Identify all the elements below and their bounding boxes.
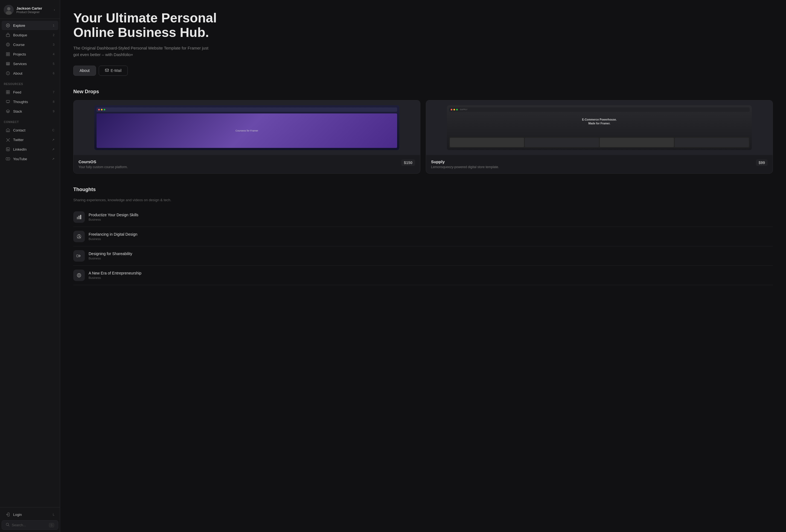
sidebar-item-badge: 4 — [50, 52, 54, 56]
drop-card-desc: Lemonsqueezy-powered digital store templ… — [431, 165, 499, 169]
sidebar-item-badge: L — [50, 513, 54, 516]
svg-point-26 — [7, 148, 7, 149]
thought-item-freelancing[interactable]: Freelancing in Digital Design Business — [73, 227, 773, 246]
svg-rect-9 — [8, 52, 9, 54]
thought-icon-productize — [73, 211, 85, 223]
svg-rect-32 — [78, 216, 79, 219]
sidebar-item-contact[interactable]: Contact C — [2, 125, 58, 135]
hero-subtitle: The Original Dashboard-Styled Personal W… — [73, 45, 210, 58]
drop-card-courseos[interactable]: Courseos for Framer CoursOS Your fully c… — [73, 100, 420, 174]
sidebar-item-badge: 5 — [50, 62, 54, 65]
thought-icon-entrepreneurship — [73, 270, 85, 281]
svg-rect-22 — [6, 100, 9, 102]
drops-section: New Drops Courseos for — [73, 89, 773, 174]
svg-rect-20 — [6, 92, 8, 94]
thought-item-entrepreneurship[interactable]: A New Era of Entrepreneurship Business — [73, 266, 773, 285]
drop-card-info: Supply Lemonsqueezy-powered digital stor… — [431, 160, 499, 169]
hero-title: Your Ultimate Personal Online Business H… — [73, 11, 227, 40]
svg-rect-10 — [6, 54, 8, 56]
email-button[interactable]: E-Mail — [99, 66, 128, 76]
thought-info: Freelancing in Digital Design Business — [89, 232, 137, 241]
drop-card-supply[interactable]: SUPPLY E-Commerce Powerhouse.Made for Fr… — [426, 100, 773, 174]
svg-point-4 — [7, 25, 8, 26]
sidebar-item-login[interactable]: Login L — [2, 510, 58, 519]
thought-tag: Business — [89, 276, 141, 280]
thought-icon-shareability — [73, 250, 85, 262]
svg-rect-18 — [6, 91, 8, 92]
sidebar-item-label: Contact — [13, 128, 47, 132]
sidebar-item-thoughts[interactable]: Thoughts 8 — [2, 97, 58, 106]
drop-card-desc: Your fully custom course platform. — [78, 165, 128, 169]
sidebar-item-label: Explore — [13, 24, 47, 28]
search-shortcut: S — [49, 523, 54, 527]
drop-card-image-courseos: Courseos for Framer — [74, 100, 420, 155]
svg-marker-28 — [8, 158, 9, 160]
sidebar-item-badge: 6 — [50, 72, 54, 75]
drop-card-body-supply: Supply Lemonsqueezy-powered digital stor… — [426, 155, 772, 173]
sidebar-item-label: Stack — [13, 110, 47, 114]
thought-tag: Business — [89, 257, 132, 260]
linkedin-icon — [5, 147, 10, 152]
sidebar-item-explore[interactable]: Explore 1 — [2, 21, 58, 30]
sidebar-item-twitter[interactable]: Twitter ↗ — [2, 135, 58, 144]
thoughts-header: Thoughts — [73, 187, 773, 192]
connect-section: Contact C Twitter ↗ LinkedIn ↗ YouTube ↗ — [0, 125, 60, 164]
sidebar-profile: Jackson Carter Product Designer ‹ — [0, 0, 60, 19]
sidebar-item-badge: C — [50, 128, 54, 132]
email-label: E-Mail — [111, 68, 122, 73]
sidebar-item-badge: ↗ — [50, 148, 54, 151]
profile-name: Jackson Carter — [17, 6, 50, 10]
thought-title: Designing for Shareability — [89, 251, 132, 256]
svg-rect-5 — [6, 34, 9, 37]
thought-title: A New Era of Entrepreneurship — [89, 271, 141, 275]
sidebar-item-badge: 1 — [50, 24, 54, 27]
collapse-button[interactable]: ‹ — [53, 7, 56, 13]
sidebar-item-badge: ↗ — [50, 138, 54, 142]
drop-card-name: CoursOS — [78, 160, 128, 164]
sidebar-item-projects[interactable]: Projects 4 — [2, 49, 58, 59]
thought-tag: Business — [89, 237, 137, 241]
svg-rect-23 — [7, 130, 8, 132]
sidebar-item-course[interactable]: Course 3 — [2, 40, 58, 49]
sidebar-item-label: YouTube — [13, 157, 47, 161]
sidebar-item-youtube[interactable]: YouTube ↗ — [2, 154, 58, 164]
sidebar-item-stack[interactable]: Stack 9 — [2, 106, 58, 116]
sidebar-item-linkedin[interactable]: LinkedIn ↗ — [2, 145, 58, 154]
sidebar-item-badge: 2 — [50, 33, 54, 37]
sidebar-item-services[interactable]: Services 5 — [2, 59, 58, 68]
sidebar-item-label: Feed — [13, 90, 47, 94]
thought-item-shareability[interactable]: Designing for Shareability Business — [73, 246, 773, 266]
youtube-icon — [5, 156, 10, 161]
sidebar-item-feed[interactable]: Feed 7 — [2, 88, 58, 97]
sidebar-item-label: Services — [13, 62, 47, 66]
email-icon — [105, 68, 109, 73]
thought-item-productize[interactable]: Productize Your Design Skills Business — [73, 208, 773, 227]
hero-buttons: About E-Mail — [73, 66, 773, 76]
svg-rect-30 — [105, 69, 109, 71]
login-icon — [5, 512, 10, 517]
svg-point-1 — [7, 7, 10, 10]
sidebar-item-badge: 7 — [50, 91, 54, 94]
sidebar-item-badge: 8 — [50, 100, 54, 103]
sidebar-item-badge: 9 — [50, 110, 54, 113]
thought-title: Productize Your Design Skills — [89, 213, 138, 217]
drop-card-price: $99 — [756, 160, 768, 166]
sidebar-item-about[interactable]: About 6 — [2, 69, 58, 78]
twitter-icon — [5, 137, 10, 142]
sidebar-item-label: Course — [13, 43, 47, 47]
svg-point-6 — [6, 43, 9, 46]
sidebar-item-boutique[interactable]: Boutique 2 — [2, 30, 58, 40]
sidebar-item-badge: 3 — [50, 43, 54, 46]
thought-icon-freelancing — [73, 231, 85, 242]
svg-rect-11 — [8, 54, 9, 56]
thought-title: Freelancing in Digital Design — [89, 232, 137, 237]
connect-section-label: CONNECT — [0, 116, 60, 125]
about-button[interactable]: About — [73, 66, 96, 76]
sidebar-item-label: LinkedIn — [13, 147, 47, 151]
hero-section: Your Ultimate Personal Online Business H… — [73, 11, 773, 76]
svg-point-16 — [8, 72, 8, 73]
search-bar[interactable]: Search... S — [2, 520, 58, 530]
svg-rect-33 — [80, 215, 81, 219]
sidebar-item-label: About — [13, 71, 47, 75]
projects-icon — [5, 52, 10, 56]
